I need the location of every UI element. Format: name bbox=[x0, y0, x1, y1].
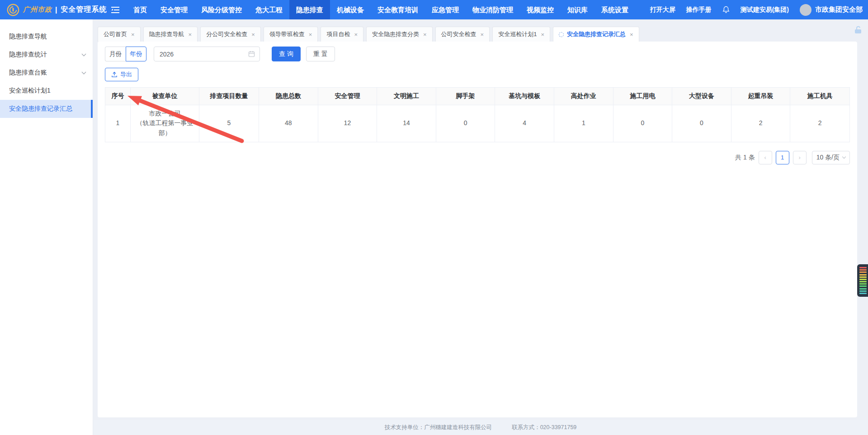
table-cell: 0 bbox=[436, 105, 495, 142]
stripe bbox=[859, 274, 867, 276]
open-big-screen-link[interactable]: 打开大屏 bbox=[650, 6, 675, 14]
nav-item-安全教育培训[interactable]: 安全教育培训 bbox=[371, 0, 425, 19]
page-footer: 技术支持单位：广州穗建建造科技有限公司 联系方式：020-33971759 bbox=[93, 420, 868, 435]
chevron-down-icon bbox=[842, 155, 846, 159]
sidebar-item-安全巡检计划1[interactable]: 安全巡检计划1 bbox=[0, 82, 93, 100]
nav-item-视频监控[interactable]: 视频监控 bbox=[520, 0, 561, 19]
sidebar-item-隐患排查统计[interactable]: 隐患排查统计 bbox=[0, 46, 93, 64]
table-cell: 0 bbox=[613, 105, 673, 142]
tab-label: 项目自检 bbox=[326, 30, 350, 38]
tab-安全隐患排查分类[interactable]: 安全隐患排查分类× bbox=[366, 27, 433, 42]
footer-support-text: 技术支持单位：广州穗建建造科技有限公司 bbox=[385, 424, 492, 431]
tab-close-icon[interactable]: × bbox=[481, 31, 484, 38]
tab-安全隐患排查记录汇总[interactable]: 安全隐患排查记录汇总× bbox=[553, 27, 639, 42]
sidebar-item-label: 隐患排查台账 bbox=[9, 69, 47, 77]
logo-divider: | bbox=[55, 6, 57, 14]
unlock-icon[interactable] bbox=[854, 25, 863, 36]
stripe bbox=[859, 271, 867, 273]
top-navbar: 广州市政 | 安全管理系统 首页安全管理风险分级管控危大工程隐患排查机械设备安全… bbox=[0, 0, 868, 19]
app-title: 安全管理系统 bbox=[61, 5, 107, 14]
table-cell: 5 bbox=[199, 105, 259, 142]
calendar-icon bbox=[248, 51, 255, 57]
sidebar-item-label: 隐患排查导航 bbox=[9, 33, 47, 41]
period-month-button[interactable]: 月份 bbox=[105, 47, 126, 61]
user-menu[interactable]: 市政集团安全部 bbox=[800, 4, 863, 16]
color-stripes-widget[interactable] bbox=[857, 264, 868, 297]
tab-close-icon[interactable]: × bbox=[630, 31, 633, 38]
tenant-switcher[interactable]: 测试建安易(集团) bbox=[741, 6, 789, 14]
nav-item-系统设置[interactable]: 系统设置 bbox=[594, 0, 635, 19]
tab-领导带班检查[interactable]: 领导带班检查× bbox=[264, 27, 318, 42]
export-label: 导出 bbox=[120, 70, 132, 79]
column-header-被查单位: 被查单位 bbox=[131, 88, 199, 105]
table-header-row: 序号被查单位排查项目数量隐患总数安全管理文明施工脚手架基坑与模板高处作业施工用电… bbox=[105, 88, 849, 105]
nav-item-安全管理[interactable]: 安全管理 bbox=[154, 0, 194, 19]
stripe bbox=[859, 279, 867, 280]
table-cell: 2 bbox=[731, 105, 791, 142]
page-size-select[interactable]: 10 条/页 bbox=[812, 151, 850, 164]
column-header-施工机具: 施工机具 bbox=[790, 88, 849, 105]
user-avatar[interactable] bbox=[800, 4, 811, 16]
logo-text: 广州市政 bbox=[23, 5, 52, 14]
app-logo: 广州市政 | 安全管理系统 bbox=[0, 3, 93, 17]
reset-button[interactable]: 重 置 bbox=[306, 47, 335, 61]
filter-row: 月份 年份 查 询 重 置 bbox=[105, 47, 850, 61]
sidebar-item-隐患排查导航[interactable]: 隐患排查导航 bbox=[0, 28, 93, 46]
table-cell: 1 bbox=[105, 105, 131, 142]
nav-item-风险分级管控[interactable]: 风险分级管控 bbox=[194, 0, 249, 19]
column-header-施工用电: 施工用电 bbox=[613, 88, 673, 105]
bell-icon[interactable] bbox=[722, 6, 730, 14]
page-layout: 隐患排查导航隐患排查统计隐患排查台账安全巡检计划1安全隐患排查记录汇总 公司首页… bbox=[0, 19, 868, 435]
menu-collapse-icon[interactable] bbox=[111, 7, 119, 13]
tab-项目自检[interactable]: 项目自检× bbox=[321, 27, 363, 42]
tab-公司安全检查[interactable]: 公司安全检查× bbox=[435, 27, 490, 42]
tab-close-icon[interactable]: × bbox=[189, 31, 192, 38]
manual-link[interactable]: 操作手册 bbox=[686, 6, 712, 14]
column-header-基坑与模板: 基坑与模板 bbox=[495, 88, 554, 105]
tab-bar: 公司首页×隐患排查导航×分公司安全检查×领导带班检查×项目自检×安全隐患排查分类… bbox=[93, 19, 868, 42]
prev-page-button[interactable]: ‹ bbox=[759, 151, 772, 164]
search-button[interactable]: 查 询 bbox=[272, 47, 301, 61]
export-button[interactable]: 导出 bbox=[105, 68, 138, 81]
tab-close-icon[interactable]: × bbox=[541, 31, 544, 38]
year-picker[interactable] bbox=[154, 47, 260, 61]
column-header-序号: 序号 bbox=[105, 88, 131, 105]
nav-item-知识库[interactable]: 知识库 bbox=[561, 0, 594, 19]
table-cell: 市政一公司 （轨道工程第一事业部） bbox=[131, 105, 199, 142]
tab-隐患排查导航[interactable]: 隐患排查导航× bbox=[143, 27, 198, 42]
stripe bbox=[859, 276, 867, 278]
period-year-button[interactable]: 年份 bbox=[126, 47, 146, 61]
nav-item-机械设备[interactable]: 机械设备 bbox=[330, 0, 371, 19]
tab-label: 公司安全检查 bbox=[441, 30, 476, 38]
tab-label: 安全巡检计划1 bbox=[498, 30, 537, 38]
year-input[interactable] bbox=[159, 50, 248, 58]
tab-close-icon[interactable]: × bbox=[251, 31, 255, 38]
tab-分公司安全检查[interactable]: 分公司安全检查× bbox=[200, 27, 261, 42]
tab-close-icon[interactable]: × bbox=[131, 31, 135, 38]
tab-close-icon[interactable]: × bbox=[354, 31, 358, 38]
column-header-文明施工: 文明施工 bbox=[377, 88, 436, 105]
sidebar-item-label: 安全巡检计划1 bbox=[9, 87, 51, 95]
table-cell: 48 bbox=[259, 105, 318, 142]
nav-item-应急管理[interactable]: 应急管理 bbox=[425, 0, 466, 19]
sidebar-item-安全隐患排查记录汇总[interactable]: 安全隐患排查记录汇总 bbox=[0, 100, 93, 118]
tab-close-icon[interactable]: × bbox=[423, 31, 427, 38]
export-icon bbox=[111, 71, 118, 78]
table-cell: 4 bbox=[495, 105, 554, 142]
chevron-down-icon bbox=[82, 51, 86, 56]
tab-label: 安全隐患排查分类 bbox=[372, 30, 419, 38]
page-1-button[interactable]: 1 bbox=[776, 151, 789, 164]
nav-item-物业消防管理[interactable]: 物业消防管理 bbox=[466, 0, 520, 19]
pagination: 共 1 条 ‹ 1 › 10 条/页 bbox=[105, 151, 850, 164]
nav-item-危大工程[interactable]: 危大工程 bbox=[249, 0, 289, 19]
tab-公司首页[interactable]: 公司首页× bbox=[98, 27, 141, 42]
tab-close-icon[interactable]: × bbox=[309, 31, 312, 38]
nav-menu: 首页安全管理风险分级管控危大工程隐患排查机械设备安全教育培训应急管理物业消防管理… bbox=[127, 0, 635, 19]
nav-item-隐患排查[interactable]: 隐患排查 bbox=[289, 0, 330, 19]
nav-item-首页[interactable]: 首页 bbox=[127, 0, 154, 19]
tab-安全巡检计划1[interactable]: 安全巡检计划1× bbox=[492, 27, 550, 42]
sidebar-item-隐患排查台账[interactable]: 隐患排查台账 bbox=[0, 64, 93, 82]
table-body: 1市政一公司 （轨道工程第一事业部）54812140410022 bbox=[105, 105, 849, 142]
loading-spinner-icon bbox=[559, 32, 564, 37]
next-page-button[interactable]: › bbox=[793, 151, 807, 164]
